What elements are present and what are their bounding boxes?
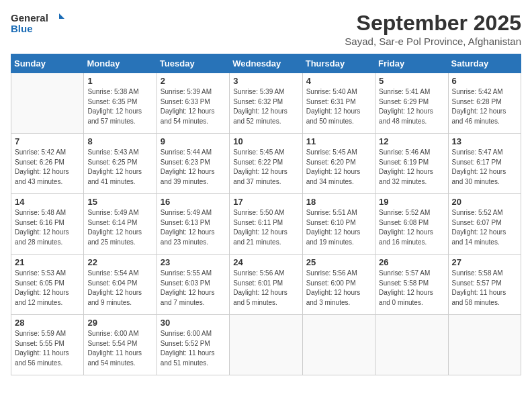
day-info: Sunrise: 5:43 AM Sunset: 6:25 PM Dayligh…	[87, 148, 152, 187]
day-number: 17	[233, 197, 298, 207]
calendar-cell: 20Sunrise: 5:52 AM Sunset: 6:07 PM Dayli…	[448, 194, 521, 255]
day-number: 14	[15, 197, 80, 207]
calendar-cell: 14Sunrise: 5:48 AM Sunset: 6:16 PM Dayli…	[11, 194, 84, 255]
day-info: Sunrise: 5:55 AM Sunset: 6:03 PM Dayligh…	[161, 269, 226, 308]
svg-text:Blue: Blue	[11, 23, 33, 34]
day-info: Sunrise: 5:46 AM Sunset: 6:19 PM Dayligh…	[379, 148, 444, 187]
day-info: Sunrise: 5:52 AM Sunset: 6:07 PM Dayligh…	[452, 208, 517, 247]
day-info: Sunrise: 5:50 AM Sunset: 6:11 PM Dayligh…	[233, 208, 298, 247]
calendar-cell: 8Sunrise: 5:43 AM Sunset: 6:25 PM Daylig…	[84, 134, 157, 194]
calendar-cell: 6Sunrise: 5:42 AM Sunset: 6:28 PM Daylig…	[448, 73, 521, 134]
calendar-cell: 28Sunrise: 5:59 AM Sunset: 5:55 PM Dayli…	[11, 315, 84, 375]
weekday-header: Friday	[375, 54, 448, 73]
calendar-cell	[230, 315, 302, 375]
weekday-header: Wednesday	[230, 54, 302, 73]
day-info: Sunrise: 5:41 AM Sunset: 6:29 PM Dayligh…	[379, 87, 444, 126]
day-number: 28	[15, 318, 80, 328]
day-number: 11	[306, 136, 371, 146]
day-info: Sunrise: 5:38 AM Sunset: 6:35 PM Dayligh…	[87, 87, 152, 126]
calendar-cell: 13Sunrise: 5:47 AM Sunset: 6:17 PM Dayli…	[448, 134, 521, 194]
calendar-cell: 23Sunrise: 5:55 AM Sunset: 6:03 PM Dayli…	[157, 255, 229, 315]
day-number: 8	[87, 136, 152, 146]
calendar-cell: 2Sunrise: 5:39 AM Sunset: 6:33 PM Daylig…	[157, 73, 229, 134]
day-info: Sunrise: 5:59 AM Sunset: 5:55 PM Dayligh…	[15, 329, 80, 368]
day-info: Sunrise: 5:54 AM Sunset: 6:04 PM Dayligh…	[87, 269, 152, 308]
calendar-cell: 1Sunrise: 5:38 AM Sunset: 6:35 PM Daylig…	[84, 73, 157, 134]
calendar-cell: 29Sunrise: 6:00 AM Sunset: 5:54 PM Dayli…	[84, 315, 157, 375]
day-number: 30	[161, 318, 226, 328]
calendar-cell: 17Sunrise: 5:50 AM Sunset: 6:11 PM Dayli…	[230, 194, 302, 255]
day-info: Sunrise: 5:49 AM Sunset: 6:14 PM Dayligh…	[87, 208, 152, 247]
day-info: Sunrise: 5:42 AM Sunset: 6:26 PM Dayligh…	[15, 148, 80, 187]
day-number: 4	[306, 76, 371, 86]
weekday-header: Saturday	[448, 54, 521, 73]
calendar-cell: 18Sunrise: 5:51 AM Sunset: 6:10 PM Dayli…	[302, 194, 375, 255]
day-info: Sunrise: 5:56 AM Sunset: 6:01 PM Dayligh…	[233, 269, 298, 308]
day-number: 25	[306, 257, 371, 267]
calendar-cell: 4Sunrise: 5:40 AM Sunset: 6:31 PM Daylig…	[302, 73, 375, 134]
day-info: Sunrise: 5:45 AM Sunset: 6:20 PM Dayligh…	[306, 148, 371, 187]
weekday-header: Tuesday	[157, 54, 229, 73]
page-header: General Blue September 2025 Sayad, Sar-e…	[11, 11, 521, 47]
day-info: Sunrise: 5:40 AM Sunset: 6:31 PM Dayligh…	[306, 87, 371, 126]
calendar-cell: 26Sunrise: 5:57 AM Sunset: 5:58 PM Dayli…	[375, 255, 448, 315]
day-info: Sunrise: 5:53 AM Sunset: 6:05 PM Dayligh…	[15, 269, 80, 308]
calendar-cell: 21Sunrise: 5:53 AM Sunset: 6:05 PM Dayli…	[11, 255, 84, 315]
day-info: Sunrise: 6:00 AM Sunset: 5:54 PM Dayligh…	[87, 329, 152, 368]
calendar-cell	[11, 73, 84, 134]
day-number: 10	[233, 136, 298, 146]
svg-text:General: General	[11, 12, 48, 24]
calendar-cell: 22Sunrise: 5:54 AM Sunset: 6:04 PM Dayli…	[84, 255, 157, 315]
day-info: Sunrise: 5:52 AM Sunset: 6:08 PM Dayligh…	[379, 208, 444, 247]
day-number: 7	[15, 136, 80, 146]
day-number: 16	[161, 197, 226, 207]
day-number: 26	[379, 257, 444, 267]
calendar-cell: 16Sunrise: 5:49 AM Sunset: 6:13 PM Dayli…	[157, 194, 229, 255]
calendar-cell: 19Sunrise: 5:52 AM Sunset: 6:08 PM Dayli…	[375, 194, 448, 255]
day-number: 24	[233, 257, 298, 267]
svg-marker-2	[59, 13, 64, 19]
day-info: Sunrise: 5:39 AM Sunset: 6:32 PM Dayligh…	[233, 87, 298, 126]
day-number: 21	[15, 257, 80, 267]
calendar-cell: 12Sunrise: 5:46 AM Sunset: 6:19 PM Dayli…	[375, 134, 448, 194]
calendar-cell: 27Sunrise: 5:58 AM Sunset: 5:57 PM Dayli…	[448, 255, 521, 315]
calendar-week-row: 21Sunrise: 5:53 AM Sunset: 6:05 PM Dayli…	[11, 255, 521, 315]
calendar-table: SundayMondayTuesdayWednesdayThursdayFrid…	[11, 54, 521, 375]
calendar-cell	[302, 315, 375, 375]
day-info: Sunrise: 5:48 AM Sunset: 6:16 PM Dayligh…	[15, 208, 80, 247]
day-number: 15	[87, 197, 152, 207]
day-number: 3	[233, 76, 298, 86]
day-info: Sunrise: 5:49 AM Sunset: 6:13 PM Dayligh…	[161, 208, 226, 247]
calendar-cell: 15Sunrise: 5:49 AM Sunset: 6:14 PM Dayli…	[84, 194, 157, 255]
weekday-header-row: SundayMondayTuesdayWednesdayThursdayFrid…	[11, 54, 521, 73]
weekday-header: Sunday	[11, 54, 84, 73]
day-number: 18	[306, 197, 371, 207]
day-info: Sunrise: 5:45 AM Sunset: 6:22 PM Dayligh…	[233, 148, 298, 187]
calendar-cell: 11Sunrise: 5:45 AM Sunset: 6:20 PM Dayli…	[302, 134, 375, 194]
day-info: Sunrise: 5:39 AM Sunset: 6:33 PM Dayligh…	[161, 87, 226, 126]
day-info: Sunrise: 5:44 AM Sunset: 6:23 PM Dayligh…	[161, 148, 226, 187]
weekday-header: Thursday	[302, 54, 375, 73]
day-info: Sunrise: 5:51 AM Sunset: 6:10 PM Dayligh…	[306, 208, 371, 247]
calendar-cell: 25Sunrise: 5:56 AM Sunset: 6:00 PM Dayli…	[302, 255, 375, 315]
day-info: Sunrise: 5:42 AM Sunset: 6:28 PM Dayligh…	[452, 87, 517, 126]
calendar-cell: 24Sunrise: 5:56 AM Sunset: 6:01 PM Dayli…	[230, 255, 302, 315]
title-block: September 2025 Sayad, Sar-e Pol Province…	[345, 11, 521, 47]
day-info: Sunrise: 5:57 AM Sunset: 5:58 PM Dayligh…	[379, 269, 444, 308]
day-number: 27	[452, 257, 517, 267]
month-title: September 2025	[345, 11, 521, 36]
day-number: 23	[161, 257, 226, 267]
day-number: 12	[379, 136, 444, 146]
weekday-header: Monday	[84, 54, 157, 73]
calendar-cell: 7Sunrise: 5:42 AM Sunset: 6:26 PM Daylig…	[11, 134, 84, 194]
day-info: Sunrise: 5:47 AM Sunset: 6:17 PM Dayligh…	[452, 148, 517, 187]
calendar-week-row: 28Sunrise: 5:59 AM Sunset: 5:55 PM Dayli…	[11, 315, 521, 375]
day-number: 20	[452, 197, 517, 207]
day-number: 5	[379, 76, 444, 86]
day-number: 19	[379, 197, 444, 207]
day-number: 2	[161, 76, 226, 86]
logo: General Blue	[11, 11, 64, 39]
calendar-week-row: 14Sunrise: 5:48 AM Sunset: 6:16 PM Dayli…	[11, 194, 521, 255]
day-info: Sunrise: 5:58 AM Sunset: 5:57 PM Dayligh…	[452, 269, 517, 308]
day-number: 1	[87, 76, 152, 86]
